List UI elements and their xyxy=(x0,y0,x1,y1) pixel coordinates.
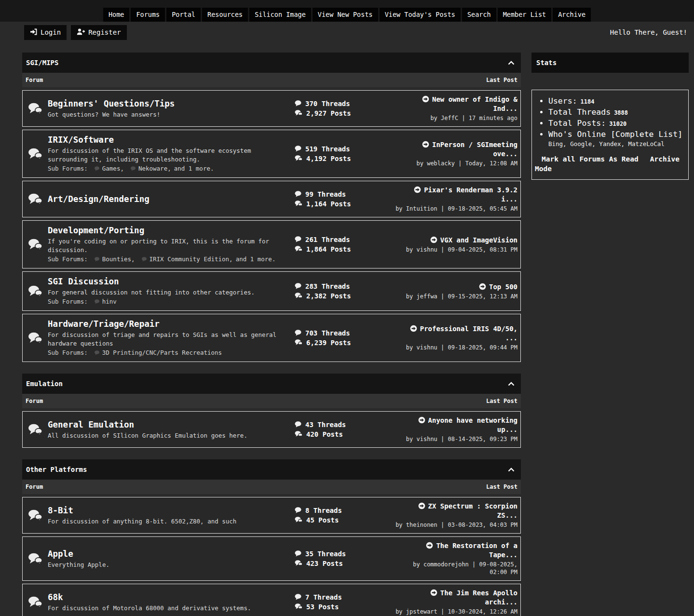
thread-count-text: 99 Threads xyxy=(305,190,346,198)
subforum-link[interactable]: Nekoware, xyxy=(138,165,171,172)
nav-item-forums[interactable]: Forums xyxy=(131,8,165,22)
subforums-label: Sub Forums: xyxy=(48,349,88,356)
comment-icon xyxy=(295,282,301,290)
last-post-link[interactable]: ZX Spectrum : Scorpion ZS... xyxy=(428,502,517,519)
comment-icon xyxy=(295,236,301,243)
forum-column-label: Forum xyxy=(26,483,43,490)
login-button[interactable]: Login xyxy=(24,25,67,40)
forum-link[interactable]: 68k xyxy=(48,592,291,603)
last-post-meta: by JeffC | 17 minutes ago xyxy=(395,114,517,122)
subforum-link[interactable]: hinv xyxy=(102,298,117,305)
forum-info: Art/Design/Rendering xyxy=(48,194,295,204)
subforum-link[interactable]: 3D Printing/CNC/Parts Recreations xyxy=(102,349,222,356)
post-count-text: 2,382 Posts xyxy=(306,292,351,300)
stats-item-label[interactable]: Who's Online [Complete List] xyxy=(548,130,682,139)
stats-header: Stats xyxy=(531,53,689,73)
stats-item-value: 3888 xyxy=(614,109,628,116)
subforums-label: Sub Forums: xyxy=(48,255,88,263)
forum-link[interactable]: Development/Porting xyxy=(48,225,291,236)
subforum-item: IRIX Community Edition, xyxy=(141,255,233,263)
category-title: SGI/MIPS xyxy=(26,59,58,67)
chevron-up-icon[interactable] xyxy=(508,382,515,386)
forum-link[interactable]: Beginners' Questions/Tips xyxy=(48,98,291,109)
nav-item-portal[interactable]: Portal xyxy=(166,8,201,22)
forum-description: For discussion of anything 8-bit. 6502,Z… xyxy=(48,517,291,526)
last-post-link[interactable]: Pixar's Renderman 3.9.2 i... xyxy=(424,186,517,203)
forum-link[interactable]: 8-Bit xyxy=(48,505,291,516)
top-nav-bar: HomeForumsPortalResourcesSilicon ImageVi… xyxy=(0,0,694,22)
nav-item-search[interactable]: Search xyxy=(462,8,496,22)
last-post-meta: by commodorejohn | 09-08-2025, 02:00 PM xyxy=(395,561,517,576)
subforum-list: Sub Forums:Bounties,IRIX Community Editi… xyxy=(48,255,291,264)
arrow-circle-right-icon[interactable] xyxy=(410,325,417,333)
nav-item-member-list[interactable]: Member List xyxy=(498,8,551,22)
chevron-up-icon[interactable] xyxy=(508,61,515,65)
last-post-link[interactable]: The Restoration of a Tape... xyxy=(436,542,517,559)
forum-link[interactable]: General Emulation xyxy=(48,419,291,430)
page-content: SGI/MIPSForumLast PostBeginners' Questio… xyxy=(0,43,694,616)
forum-info: AppleEverything Apple. xyxy=(48,549,295,569)
subforum-list: Sub Forums:hinv xyxy=(48,297,291,306)
forum-categories: SGI/MIPSForumLast PostBeginners' Questio… xyxy=(22,53,521,616)
register-button[interactable]: Register xyxy=(71,25,126,40)
last-post-title: ZX Spectrum : Scorpion ZS... xyxy=(395,502,517,520)
last-post-link[interactable]: Professional IRIS 4D/50, ... xyxy=(420,325,517,342)
comments-icon xyxy=(295,155,302,162)
arrow-circle-right-icon[interactable] xyxy=(414,186,421,194)
stats-links: Mark all Forums As ReadArchive Mode xyxy=(534,154,686,174)
forum-link[interactable]: Apple xyxy=(48,549,291,559)
nav-item-silicon-image[interactable]: Silicon Image xyxy=(249,8,311,22)
arrow-circle-right-icon[interactable] xyxy=(479,283,486,291)
arrow-circle-right-icon[interactable] xyxy=(422,95,429,103)
subforum-link[interactable]: Games, xyxy=(102,165,124,172)
comment-icon xyxy=(94,255,100,263)
nav-item-home[interactable]: Home xyxy=(103,8,130,22)
last-post-link[interactable]: Anyone have networking up... xyxy=(428,416,517,433)
arrow-circle-right-icon[interactable] xyxy=(422,141,429,148)
last-post-link[interactable]: Top 500 xyxy=(489,283,517,291)
subforum-link[interactable]: Bounties, xyxy=(102,255,135,263)
chevron-up-icon[interactable] xyxy=(508,468,515,472)
subforum-link[interactable]: IRIX Community Edition, xyxy=(150,255,233,263)
nav-item-resources[interactable]: Resources xyxy=(202,8,248,22)
forum-stats: 35 Threads423 Posts xyxy=(295,549,390,568)
nav-item-archive[interactable]: Archive xyxy=(553,8,591,22)
forum-description: If you're coding on or porting to IRIX, … xyxy=(48,237,291,254)
nav-item-view-new-posts[interactable]: View New Posts xyxy=(313,8,378,22)
forum-link[interactable]: SGI Discussion xyxy=(48,276,291,287)
thread-count: 35 Threads xyxy=(295,549,390,559)
comments-icon xyxy=(295,560,302,567)
last-post-title: The Jim Rees Apollo archi... xyxy=(395,589,517,607)
last-post-title: InPerson / SGImeeting ove... xyxy=(395,140,517,159)
last-post-meta: by Intuition | 09-18-2025, 05:45 AM xyxy=(395,205,517,213)
comments-icon xyxy=(23,424,48,435)
last-post-link[interactable]: New owner of Indigo & Ind... xyxy=(432,95,517,112)
last-post: Top 500by jeffwa | 09-15-2025, 12:13 AM xyxy=(395,282,517,300)
last-post-link[interactable]: The Jim Rees Apollo archi... xyxy=(440,589,517,606)
forum-description: Got questions? We have answers! xyxy=(48,110,291,119)
last-post-title: VGX and ImageVision xyxy=(395,236,517,245)
subforum-item: Games, xyxy=(94,165,124,172)
thread-count-text: 261 Threads xyxy=(305,236,350,243)
category-title: Emulation xyxy=(26,380,63,388)
arrow-circle-right-icon[interactable] xyxy=(430,236,437,244)
forum-stats: 370 Threads2,927 Posts xyxy=(295,99,390,118)
nav-item-view-today-s-posts[interactable]: View Today's Posts xyxy=(380,8,461,22)
arrow-circle-right-icon[interactable] xyxy=(426,542,433,549)
last-post-link[interactable]: InPerson / SGImeeting ove... xyxy=(432,141,517,158)
forum-link[interactable]: Hardware/Triage/Repair xyxy=(48,319,291,329)
arrow-circle-right-icon[interactable] xyxy=(418,416,425,424)
forum-link[interactable]: IRIX/Software xyxy=(48,134,291,145)
thread-count: 7 Threads xyxy=(295,592,390,602)
forum-link[interactable]: Art/Design/Rendering xyxy=(48,194,291,204)
mark-all-read-link[interactable]: Mark all Forums As Read xyxy=(542,155,639,163)
last-post-link[interactable]: VGX and ImageVision xyxy=(440,236,517,244)
subforum-more-text: and 1 more. xyxy=(174,165,214,172)
last-post-meta: by vishnu | 09-18-2025, 09:44 PM xyxy=(395,344,517,351)
forum-row-hardware-triage-repair: Hardware/Triage/RepairFor discussion of … xyxy=(22,314,521,362)
last-post-title: Anyone have networking up... xyxy=(395,416,517,434)
arrow-circle-right-icon[interactable] xyxy=(418,502,425,510)
category-header: Other Platforms xyxy=(22,459,521,480)
arrow-circle-right-icon[interactable] xyxy=(430,589,437,597)
forum-info: General EmulationAll discussion of SIlic… xyxy=(48,419,295,440)
